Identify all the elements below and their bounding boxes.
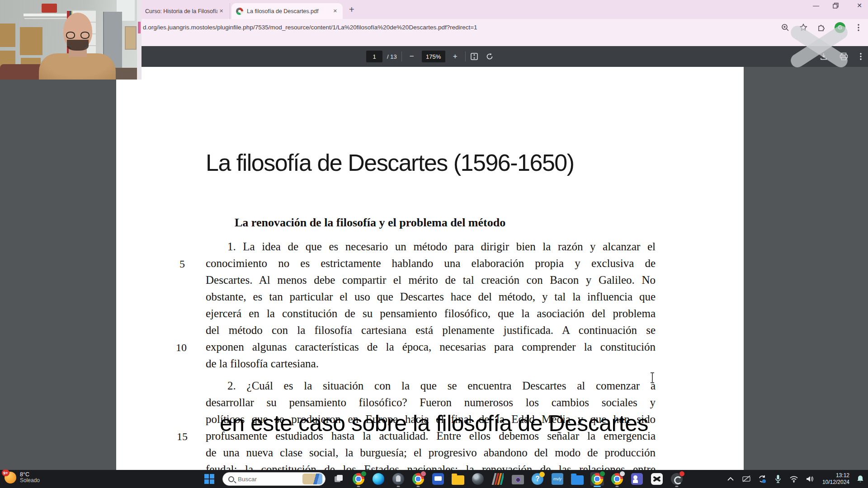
stripes-icon — [492, 473, 504, 485]
wifi-icon[interactable] — [789, 474, 799, 484]
text-cursor-ibeam — [652, 372, 653, 383]
taskbar-search-box[interactable]: Buscar — [222, 472, 326, 486]
body-line: 1. La idea de que es necesario un método… — [206, 240, 656, 253]
clock-time: 13:12 — [822, 472, 849, 479]
pdf-toolbar-center: / 13 − 175% + — [366, 46, 496, 67]
body-line: obstante, es tan particular el uso que D… — [206, 291, 656, 303]
taskbar-clock[interactable]: 13:12 10/12/2024 — [822, 472, 849, 486]
search-placeholder: Buscar — [238, 476, 299, 483]
webcam-person-beard — [67, 40, 89, 51]
touchpad-off-icon[interactable] — [741, 474, 751, 484]
clock-date: 10/12/2024 — [822, 479, 849, 486]
tab-pdf-descartes[interactable]: La filosofía de Descartes.pdf ✕ — [231, 3, 343, 19]
chrome-active-app[interactable] — [590, 472, 604, 486]
remote-desktop-icon — [432, 473, 444, 485]
edge-app[interactable] — [372, 472, 385, 486]
document-heading: La renovación de la filosofía y el probl… — [235, 216, 505, 230]
notification-bell-icon[interactable] — [855, 474, 865, 484]
webcam-shelf — [24, 14, 69, 16]
weather-temperature: 8°C — [20, 471, 40, 478]
folder-icon — [452, 475, 464, 485]
tab-close-icon[interactable]: ✕ — [331, 7, 339, 15]
fit-page-icon[interactable] — [470, 52, 481, 61]
folder-icon — [571, 475, 584, 485]
volume-icon[interactable] — [805, 474, 815, 484]
body-line: conocimiento no es estrictamente habland… — [206, 257, 656, 270]
tray-chevron-up-icon[interactable] — [726, 474, 736, 484]
body-line: 2. ¿Cuál es la situación con la que se e… — [206, 380, 656, 392]
color-stripes-app[interactable] — [491, 472, 505, 486]
zoom-page-icon[interactable] — [780, 23, 790, 33]
page-number-input[interactable] — [366, 51, 382, 62]
start-button[interactable] — [203, 472, 216, 486]
window-controls: — ✕ — [811, 2, 864, 9]
rotate-icon[interactable] — [486, 52, 496, 61]
webcam-painting — [125, 26, 137, 50]
document-title: La filosofía de Descartes (1596-1650) — [206, 149, 574, 176]
webcam-person-glasses — [66, 32, 90, 39]
zoom-level-value[interactable]: 175% — [422, 51, 445, 62]
green-badge — [599, 471, 605, 477]
line-number-10: 10 — [176, 342, 187, 354]
capcut-icon — [651, 473, 663, 485]
screen: Curso: Historia de la Filosofía | ✕ La f… — [0, 0, 868, 488]
zoom-in-button[interactable]: + — [450, 52, 461, 61]
obs-app[interactable] — [670, 472, 684, 486]
pdf-content-area: La filosofía de Descartes (1596-1650) La… — [0, 67, 868, 470]
task-view-button[interactable] — [332, 472, 345, 486]
pdf-page: La filosofía de Descartes (1596-1650) La… — [116, 67, 744, 470]
recording-badge — [679, 471, 685, 477]
url-field[interactable]: d.org/ies.juangris.mostoles/pluginfile.p… — [143, 24, 767, 31]
webcam-red-object — [42, 4, 57, 13]
tab-curso-historia[interactable]: Curso: Historia de la Filosofía | ✕ — [142, 3, 230, 19]
camera-app[interactable] — [511, 472, 524, 486]
weather-condition: Soleado — [20, 478, 40, 484]
teams-icon — [631, 473, 643, 485]
sun-icon: 9+ — [5, 472, 16, 483]
search-highlight-image — [302, 474, 322, 484]
chrome-green-badge-app[interactable] — [352, 472, 365, 486]
close-button[interactable]: ✕ — [854, 2, 864, 9]
browser-menu-icon[interactable] — [854, 23, 863, 33]
weather-widget[interactable]: 9+ 8°C Soleado — [5, 471, 40, 484]
taskbar: 9+ 8°C Soleado Buscar — [0, 470, 868, 488]
new-tab-button[interactable]: + — [349, 5, 354, 15]
teams-app[interactable] — [630, 472, 644, 486]
remote-desktop-app[interactable] — [431, 472, 445, 486]
tab-title: La filosofía de Descartes.pdf — [247, 8, 331, 14]
microphone-icon[interactable] — [773, 474, 783, 484]
gray-badge — [619, 471, 625, 477]
folder-blue-app[interactable] — [571, 472, 584, 486]
tab-close-icon[interactable]: ✕ — [217, 7, 225, 15]
page-count-label: / 13 — [387, 53, 397, 60]
mvly-app[interactable]: mvly — [551, 472, 564, 486]
zoom-out-button[interactable]: − — [406, 52, 417, 61]
sync-icon[interactable] — [757, 474, 767, 484]
file-explorer-app[interactable] — [451, 472, 465, 486]
divider — [465, 52, 466, 61]
question-app[interactable]: ? — [531, 472, 544, 486]
webcam-overlay — [0, 0, 142, 80]
news-badge: 9+ — [2, 469, 9, 476]
globe-person-icon — [392, 473, 404, 485]
restore-button[interactable] — [833, 3, 843, 9]
red-badge — [420, 471, 426, 477]
body-line: ejercerá en la constitución de su pensam… — [206, 307, 656, 320]
mvly-icon: mvly — [552, 473, 563, 485]
webcam-picture-frame — [0, 23, 15, 47]
pdf-tab-favicon-icon — [236, 8, 243, 15]
taskbar-center: Buscar — [203, 472, 684, 486]
webcam-edge-panel — [137, 0, 142, 80]
globe-person-app[interactable] — [392, 472, 405, 486]
capcut-app[interactable] — [650, 472, 664, 486]
pdf-menu-icon[interactable] — [860, 53, 862, 60]
body-line: exponen algunas características de la ép… — [206, 341, 656, 353]
body-line: de una nueva clase social, la burguesía;… — [206, 446, 656, 459]
chrome-red-badge-app[interactable] — [411, 472, 425, 486]
dark-globe-browser-app[interactable] — [471, 472, 485, 486]
live-caption-text: en este caso sobre la filosofía de Desca… — [0, 410, 868, 436]
chrome-gray-badge-app[interactable] — [610, 472, 624, 486]
windows-logo-icon — [204, 474, 214, 484]
webcam-picture-frame — [20, 27, 42, 55]
minimize-button[interactable]: — — [811, 2, 821, 9]
